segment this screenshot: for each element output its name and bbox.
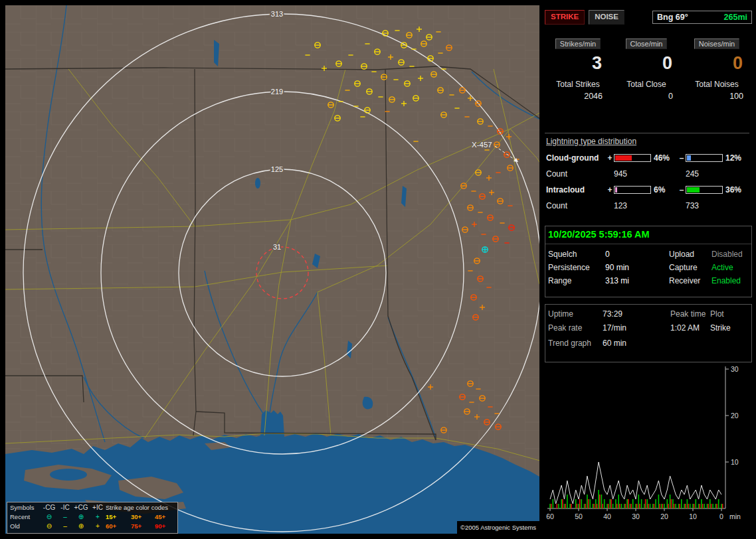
legend-symbols-title: Symbols bbox=[10, 504, 41, 511]
current-datetime: 10/20/2025 5:59:16 AM bbox=[545, 226, 751, 244]
plot-value: Strike bbox=[710, 323, 749, 333]
legend-age-title: Strike age color codes bbox=[106, 504, 179, 511]
noise-mode-button[interactable]: NOISE bbox=[589, 10, 624, 25]
total-strikes-value: 2046 bbox=[545, 92, 611, 101]
legend-header-ncg: -CG bbox=[41, 504, 58, 511]
recent-pic-symbol: + bbox=[90, 513, 106, 520]
age-60: 60+ bbox=[106, 522, 131, 530]
bearing-value: Bng 69° bbox=[657, 13, 688, 22]
svg-text:10: 10 bbox=[731, 458, 739, 466]
intracloud-row: Intracloud + 6% – 36% bbox=[546, 184, 751, 195]
legend-header-nic: -IC bbox=[58, 504, 72, 511]
total-close-value: 0 bbox=[611, 92, 682, 101]
legend-row-old: Old ⊖ – ⊕ + 60+ 75+ 90+ bbox=[7, 521, 177, 530]
age-45: 45+ bbox=[155, 513, 179, 520]
svg-text:10: 10 bbox=[689, 512, 697, 520]
intracloud-label: Intracloud bbox=[546, 185, 606, 194]
minus-sign: – bbox=[678, 185, 686, 194]
bearing-range-box: Bng 69° 265mi bbox=[652, 11, 752, 24]
cg-neg-pct: 12% bbox=[723, 153, 749, 163]
age-90: 90+ bbox=[155, 522, 179, 530]
ic-pos-pct: 6% bbox=[651, 185, 678, 194]
age-15: 15+ bbox=[106, 513, 131, 520]
capture-label: Capture bbox=[669, 263, 711, 272]
svg-text:219: 219 bbox=[271, 88, 283, 96]
count-label: Count bbox=[546, 169, 606, 179]
recent-nic-symbol: – bbox=[58, 513, 72, 520]
age-75: 75+ bbox=[131, 522, 155, 530]
strikes-per-min-col: Strikes/min 3 Total Strikes 2046 bbox=[545, 38, 611, 101]
legend-header-pcg: +CG bbox=[72, 504, 90, 511]
total-strikes-label: Total Strikes bbox=[545, 80, 611, 89]
cloud-ground-label: Cloud-ground bbox=[546, 153, 606, 163]
cloud-ground-row: Cloud-ground + 46% – 12% bbox=[546, 152, 751, 163]
svg-text:60: 60 bbox=[546, 512, 554, 520]
cg-neg-count: 245 bbox=[686, 169, 723, 179]
cg-neg-bar bbox=[686, 154, 723, 162]
plot-label: Plot bbox=[710, 309, 749, 319]
total-noises-value: 100 bbox=[682, 92, 752, 101]
close-per-min-col: Close/min 0 Total Close 0 bbox=[611, 38, 682, 101]
svg-text:0: 0 bbox=[719, 512, 723, 520]
svg-text:min: min bbox=[729, 512, 741, 520]
copyright-text: ©2005 Astrogenic Systems bbox=[457, 521, 539, 534]
uptime-value: 73:29 bbox=[603, 309, 670, 319]
receiver-label: Receiver bbox=[669, 276, 711, 285]
noises-per-min-value: 0 bbox=[682, 53, 752, 76]
svg-text:125: 125 bbox=[271, 165, 283, 173]
lake-pontchartrain bbox=[50, 469, 87, 481]
ic-neg-bar bbox=[686, 186, 723, 194]
strike-mode-button[interactable]: STRIKE bbox=[545, 10, 585, 25]
map-legend: Symbols -CG -IC +CG +IC Strike age color… bbox=[7, 502, 178, 534]
trend-graph: 1020306050403020100min bbox=[545, 364, 752, 528]
old-nic-symbol: – bbox=[58, 522, 72, 530]
range-value: 313 mi bbox=[605, 276, 669, 285]
svg-text:30: 30 bbox=[731, 365, 739, 373]
noises-per-min-chip: Noises/min bbox=[694, 38, 739, 49]
uptime-label: Uptime bbox=[548, 309, 603, 319]
peak-time-label: Peak time bbox=[670, 309, 710, 319]
recent-ncg-symbol: ⊖ bbox=[41, 513, 58, 520]
svg-text:313: 313 bbox=[271, 10, 283, 18]
capture-status: Active bbox=[711, 263, 749, 272]
peak-rate-label: Peak rate bbox=[548, 323, 603, 333]
range-label: Range bbox=[548, 276, 605, 285]
close-per-min-value: 0 bbox=[611, 53, 682, 76]
strikes-per-min-chip: Strikes/min bbox=[555, 38, 601, 49]
cg-pos-count: 945 bbox=[614, 169, 651, 179]
upload-label: Upload bbox=[669, 250, 711, 259]
legend-row-recent: Recent ⊖ – ⊕ + 15+ 30+ 45+ bbox=[7, 512, 177, 521]
svg-text:50: 50 bbox=[575, 512, 583, 520]
svg-text:X-457: X-457 bbox=[472, 141, 492, 149]
strikes-per-min-value: 3 bbox=[545, 53, 611, 76]
legend-header-pic: +IC bbox=[90, 504, 106, 511]
svg-text:20: 20 bbox=[660, 512, 668, 520]
ic-pos-bar bbox=[614, 186, 651, 194]
map-canvas[interactable]: 31321912531 X-457 bbox=[5, 5, 539, 534]
squelch-label: Squelch bbox=[548, 250, 605, 259]
recent-pcg-symbol: ⊕ bbox=[72, 513, 90, 520]
status-panel: STRIKE NOISE Bng 69° 265mi Strikes/min 3… bbox=[545, 5, 752, 534]
svg-text:20: 20 bbox=[731, 412, 739, 420]
section-divider bbox=[545, 133, 749, 133]
old-ncg-symbol: ⊖ bbox=[41, 522, 58, 530]
plus-sign: + bbox=[606, 153, 614, 163]
total-noises-label: Total Noises bbox=[682, 80, 752, 89]
peak-time-value: 1:02 AM bbox=[670, 323, 710, 333]
cloud-ground-count-row: Count 945 245 bbox=[546, 168, 751, 179]
cg-pos-bar bbox=[614, 154, 651, 162]
svg-text:31: 31 bbox=[273, 243, 281, 251]
settings-grid: Squelch 0 Upload Disabled Persistence 90… bbox=[545, 244, 751, 291]
ic-pos-count: 123 bbox=[614, 201, 651, 210]
trend-graph-label: Trend graph bbox=[548, 339, 603, 348]
panel-topbar: STRIKE NOISE Bng 69° 265mi bbox=[545, 9, 752, 25]
ic-neg-count: 733 bbox=[686, 201, 723, 210]
persistence-label: Persistence bbox=[548, 263, 605, 272]
plus-sign: + bbox=[606, 185, 614, 194]
trend-window-value: 60 min bbox=[603, 339, 749, 348]
old-pcg-symbol: ⊕ bbox=[72, 522, 90, 530]
distribution-title: Lightning type distribution bbox=[546, 137, 751, 146]
peak-rate-value: 17/min bbox=[603, 323, 670, 333]
noises-per-min-col: Noises/min 0 Total Noises 100 bbox=[682, 38, 752, 101]
strike-map[interactable]: 31321912531 X-457 Symbols -CG -IC +CG +I… bbox=[5, 5, 539, 534]
